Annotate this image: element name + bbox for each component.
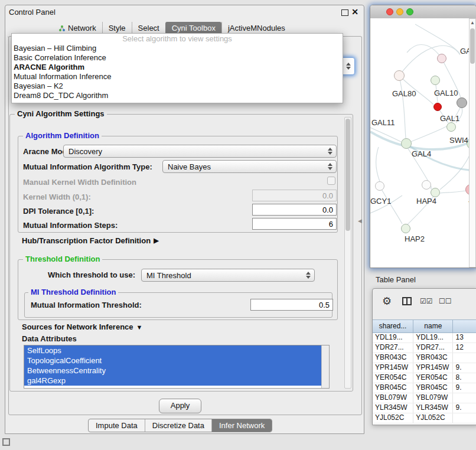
network-node[interactable] (437, 54, 446, 63)
kernel-width-field[interactable] (252, 190, 337, 201)
table-row[interactable]: YDL19...YDL19...13 (373, 333, 476, 343)
mi-type-dropdown[interactable]: Naive Bayes (162, 160, 337, 173)
network-node[interactable] (394, 70, 405, 81)
mi-threshold-field[interactable] (250, 299, 333, 311)
network-node[interactable] (375, 181, 384, 191)
table-row[interactable]: YLR345WYLR345W9. (373, 403, 476, 413)
table-row[interactable]: YBL079WYBL079W (373, 393, 476, 403)
network-vertical-scrollbar[interactable]: ▲ (469, 18, 476, 268)
node-label: GAL80 (392, 89, 416, 98)
sources-toggle[interactable]: Sources for Network Inference ▼ (22, 322, 142, 331)
list-item[interactable]: gal4RGexp (24, 376, 322, 386)
scroll-up-icon: ▲ (470, 20, 475, 25)
tab-network-label: Network (68, 24, 96, 32)
network-view-window: GAL GAL80 GAL10 GAL11 GAL1 SWI4 GAL4 GCY… (370, 5, 476, 268)
select-all-icon[interactable]: ☑☑ (420, 297, 433, 305)
table-row[interactable]: YJL052CYJL052C (373, 413, 476, 423)
table-row[interactable]: YPR145WYPR145W9. (373, 363, 476, 373)
network-node[interactable] (422, 180, 431, 190)
show-columns-icon[interactable] (402, 297, 412, 305)
algorithm-option[interactable]: Bayesian – K2 (12, 81, 343, 91)
gear-icon[interactable]: ⚙ (382, 295, 392, 308)
dpi-tolerance-label: DPI Tolerance [0,1]: (23, 207, 94, 216)
tab-select[interactable]: Select (132, 22, 165, 34)
network-node[interactable] (446, 122, 456, 132)
list-item[interactable]: SelfLoops (24, 345, 322, 356)
minimize-icon[interactable] (341, 9, 348, 16)
close-icon[interactable]: ✕ (351, 7, 358, 17)
combo-up-arrow-icon (328, 163, 332, 166)
apply-button[interactable]: Apply (159, 399, 201, 413)
tab-cyni-toolbox[interactable]: Cyni Toolbox (165, 22, 221, 34)
table-row[interactable]: YBR043CYBR043C (373, 353, 476, 363)
network-node[interactable] (431, 76, 440, 85)
list-scrollbar[interactable] (321, 345, 329, 388)
expand-down-icon: ▼ (136, 324, 143, 331)
node-label: GAL1 (440, 114, 459, 123)
tab-style[interactable]: Style (102, 22, 132, 34)
table-header-row: shared... name (373, 319, 476, 333)
network-tab-icon (58, 25, 66, 32)
hub-definition-toggle[interactable]: Hub/Transcription Factor Definition ▶ (22, 236, 159, 245)
hub-definition-label: Hub/Transcription Factor Definition (22, 236, 151, 245)
mi-threshold-group: MI Threshold Definition Mutual Informati… (24, 292, 332, 318)
table-panel-window: ⚙ ☑☑ ☐☐ shared... name YDL19...YDL19...1… (372, 288, 476, 425)
node-table: shared... name YDL19...YDL19...13 YDR27.… (373, 319, 476, 425)
dropdown-placeholder: Select algorithm to view settings (12, 34, 343, 44)
network-node[interactable] (457, 97, 467, 108)
which-threshold-dropdown[interactable]: MI Threshold (141, 269, 315, 282)
tab-infer-network[interactable]: Infer Network (211, 419, 272, 432)
node-label: GAL4 (412, 149, 431, 158)
network-canvas[interactable]: GAL GAL80 GAL10 GAL11 GAL1 SWI4 GAL4 GCY… (370, 18, 476, 268)
network-node[interactable] (401, 224, 410, 233)
column-header[interactable]: shared... (373, 320, 413, 332)
table-row[interactable]: YDR27...YDR27...12 (373, 343, 476, 353)
node-label: GAL10 (434, 89, 458, 97)
algorithm-option[interactable]: Mutual Information Inference (12, 72, 343, 81)
settings-scrollbar-thumb[interactable] (345, 119, 350, 231)
combo-up-arrow-icon (346, 63, 351, 66)
splitter-collapse-icon[interactable]: ◀ (358, 218, 362, 224)
tab-discretize-data[interactable]: Discretize Data (145, 419, 211, 432)
column-header[interactable]: name (413, 320, 453, 332)
close-traffic-light[interactable] (386, 8, 393, 15)
tab-impute-data[interactable]: Impute Data (89, 419, 145, 432)
algorithm-definition-group: Algorithm Definition Aracne Mode: Discov… (18, 136, 338, 233)
threshold-definition-group: Threshold Definition Which threshold to … (18, 259, 338, 320)
list-item[interactable]: BetweennessCentrality (24, 366, 322, 376)
deselect-all-icon[interactable]: ☐☐ (439, 297, 452, 305)
algorithm-option[interactable]: Dream8 DC_TDC Algorithm (12, 91, 343, 100)
control-panel-window: Control Panel ✕ Network Style Select Cyn… (5, 5, 364, 434)
minimize-traffic-light[interactable] (396, 8, 403, 15)
table-row[interactable]: YBR045CYBR045C9. (373, 383, 476, 393)
minimized-window-icon[interactable] (2, 438, 10, 446)
algorithm-option[interactable]: Basic Correlation Inference (12, 53, 343, 63)
settings-group-title: Cyni Algorithm Settings (15, 109, 107, 118)
algorithm-option-selected[interactable]: ARACNE Algorithm (12, 63, 343, 72)
combo-down-arrow-icon (328, 152, 332, 155)
network-window-titlebar[interactable] (370, 5, 476, 19)
network-scrollbar-thumb[interactable] (470, 28, 475, 64)
network-node[interactable] (401, 138, 412, 149)
combo-up-arrow-icon (306, 272, 311, 275)
aracne-mode-dropdown[interactable]: Discovery (63, 145, 337, 158)
dpi-tolerance-field[interactable] (252, 204, 337, 216)
table-panel-title: Table Panel (376, 275, 416, 284)
node-label: HAP4 (416, 197, 436, 206)
zoom-traffic-light[interactable] (406, 8, 413, 15)
tab-network[interactable]: Network (53, 22, 102, 34)
data-attributes-list: SelfLoops TopologicalCoefficient Between… (24, 345, 330, 389)
node-label: GCY1 (370, 197, 391, 206)
network-node-highlighted[interactable] (433, 103, 442, 111)
network-node[interactable] (431, 188, 440, 197)
manual-kernel-checkbox[interactable] (327, 177, 335, 185)
combo-down-arrow-icon (328, 167, 332, 170)
mi-steps-field[interactable] (252, 218, 337, 230)
settings-scrollbar[interactable] (344, 117, 351, 389)
tab-jactivemnodules[interactable]: jActiveMNodules (221, 22, 291, 34)
algorithm-option[interactable]: Bayesian – Hill Climbing (12, 44, 343, 53)
list-item[interactable]: TopologicalCoefficient (24, 356, 322, 366)
table-row[interactable]: YER054CYER054C8. (373, 373, 476, 383)
node-label: SWI4 (449, 136, 468, 145)
column-header[interactable] (453, 320, 476, 332)
